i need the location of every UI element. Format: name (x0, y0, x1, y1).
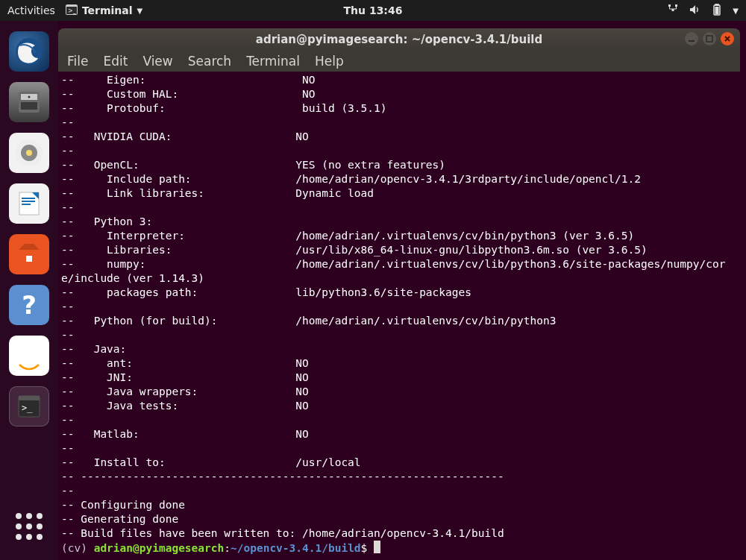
dock-rhythmbox[interactable] (9, 133, 49, 173)
terminal-cursor (374, 541, 380, 553)
svg-rect-19 (22, 201, 35, 202)
svg-text:>_: >_ (22, 403, 33, 413)
svg-point-16 (26, 150, 32, 156)
window-minimize-button[interactable] (685, 32, 698, 45)
terminal-window: adrian@pyimagesearch: ~/opencv-3.4.1/bui… (58, 28, 740, 560)
svg-rect-23 (26, 256, 32, 262)
svg-rect-18 (22, 198, 35, 199)
active-app-label: Terminal (82, 4, 133, 16)
terminal-icon: >_ (66, 4, 78, 17)
launcher-dock: ? a >_ (0, 21, 58, 560)
menu-terminal[interactable]: Terminal (246, 54, 300, 69)
menu-file[interactable]: File (67, 54, 88, 69)
dock-amazon[interactable]: a (9, 336, 49, 376)
active-app-menu[interactable]: >_ Terminal ▼ (66, 4, 142, 17)
dock-libreoffice-writer[interactable] (9, 183, 49, 224)
prompt-colon: : (224, 542, 231, 554)
menu-edit[interactable]: Edit (103, 54, 128, 69)
window-close-button[interactable] (721, 32, 734, 45)
svg-rect-4 (675, 4, 677, 7)
battery-icon[interactable] (712, 4, 722, 18)
dock-ubuntu-software[interactable] (9, 234, 49, 274)
menu-search[interactable]: Search (188, 54, 231, 69)
svg-rect-7 (715, 4, 718, 5)
dock-terminal[interactable]: >_ (9, 386, 49, 427)
gnome-top-bar: Activities >_ Terminal ▼ Thu 13:46 ▼ (0, 0, 746, 21)
terminal-menubar: File Edit View Search Terminal Help (58, 51, 740, 72)
window-title: adrian@pyimagesearch: ~/opencv-3.4.1/bui… (256, 33, 542, 46)
help-icon: ? (22, 290, 37, 320)
terminal-output[interactable]: -- Eigen: NO -- Custom HAL: NO -- Protob… (58, 72, 740, 560)
dock-thunderbird[interactable] (9, 31, 49, 72)
dock-help[interactable]: ? (9, 285, 49, 325)
svg-rect-28 (706, 36, 712, 42)
dock-files[interactable] (9, 82, 49, 122)
prompt-venv: (cv) (61, 542, 94, 554)
svg-rect-25 (19, 396, 40, 400)
prompt-path: ~/opencv-3.4.1/build (231, 542, 361, 554)
svg-rect-8 (715, 7, 719, 14)
system-menu-chevron-icon[interactable]: ▼ (733, 7, 739, 15)
svg-rect-3 (668, 4, 671, 7)
svg-text:>_: >_ (68, 7, 76, 14)
volume-icon[interactable] (689, 4, 701, 17)
menu-view[interactable]: View (142, 54, 172, 69)
svg-point-13 (28, 96, 31, 98)
window-titlebar[interactable]: adrian@pyimagesearch: ~/opencv-3.4.1/bui… (58, 28, 740, 51)
prompt-dollar: $ (361, 542, 374, 554)
svg-rect-27 (689, 40, 695, 42)
svg-rect-12 (21, 102, 37, 110)
activities-button[interactable]: Activities (7, 4, 55, 16)
network-icon[interactable] (667, 4, 679, 17)
prompt-user-host: adrian@pyimagesearch (94, 542, 225, 554)
chevron-down-icon: ▼ (137, 7, 143, 15)
apps-grid-icon (16, 513, 43, 540)
menu-help[interactable]: Help (315, 54, 344, 69)
svg-rect-20 (22, 204, 31, 205)
dock-show-apps[interactable] (9, 506, 49, 547)
window-maximize-button[interactable] (703, 32, 716, 45)
